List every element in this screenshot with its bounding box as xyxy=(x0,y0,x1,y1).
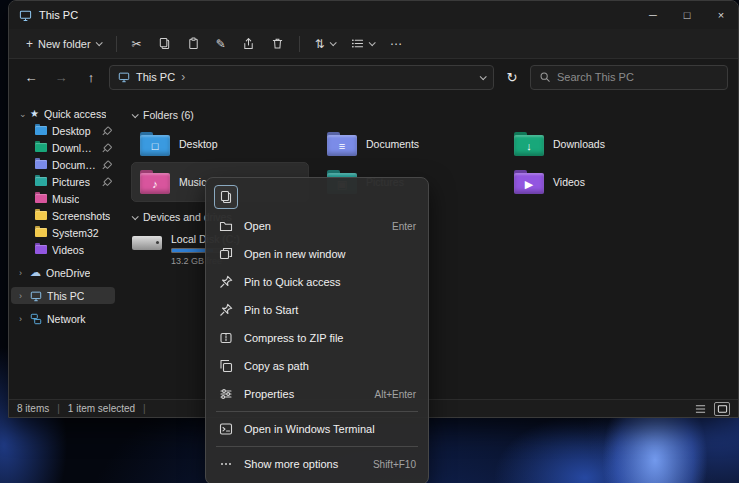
up-button[interactable]: ↑ xyxy=(79,65,103,89)
status-divider: | xyxy=(143,403,146,414)
folder-tile-documents[interactable]: ≡ Documents xyxy=(319,125,495,163)
new-window-icon xyxy=(218,247,234,261)
folder-icon xyxy=(35,126,47,135)
back-button[interactable]: ← xyxy=(19,65,43,89)
sidebar-item-label: Downloads xyxy=(52,142,96,154)
share-button[interactable] xyxy=(235,33,262,54)
open-icon xyxy=(218,219,234,233)
menu-item-pin-to-quick-access[interactable]: Pin to Quick access xyxy=(206,268,428,296)
titlebar: This PC ─ □ × xyxy=(9,1,738,29)
network-icon xyxy=(30,313,42,325)
selection-count: 1 item selected xyxy=(68,403,135,414)
sidebar-item-music[interactable]: Music xyxy=(11,190,115,207)
paste-button[interactable] xyxy=(180,33,207,54)
folder-name: Downloads xyxy=(553,138,605,150)
caption-buttons: ─ □ × xyxy=(636,1,738,29)
menu-separator xyxy=(216,411,418,412)
minimize-button[interactable]: ─ xyxy=(636,1,670,29)
sort-button[interactable]: ⇅ xyxy=(308,34,342,54)
pin-icon xyxy=(218,303,234,317)
sidebar-item-downloads[interactable]: Downloads xyxy=(11,139,115,156)
sidebar-item-onedrive[interactable]: › ☁ OneDrive xyxy=(11,264,115,281)
breadcrumb-location[interactable]: This PC xyxy=(136,71,175,83)
menu-item-properties[interactable]: Properties Alt+Enter xyxy=(206,380,428,408)
pin-icon xyxy=(99,174,113,188)
sidebar-item-desktop[interactable]: Desktop xyxy=(11,122,115,139)
thumbnails-view-icon[interactable] xyxy=(714,402,730,416)
play-glyph-icon: ▶ xyxy=(514,174,544,194)
folder-icon: □ xyxy=(140,132,170,156)
sidebar-item-network[interactable]: › Network xyxy=(11,310,115,327)
zip-icon xyxy=(218,331,234,345)
menu-item-pin-to-start[interactable]: Pin to Start xyxy=(206,296,428,324)
terminal-icon xyxy=(218,422,234,436)
folder-tile-downloads[interactable]: ↓ Downloads xyxy=(506,125,682,163)
view-button[interactable] xyxy=(344,33,381,54)
rename-button[interactable]: ✎ xyxy=(209,34,233,54)
copy-icon xyxy=(219,190,233,204)
sidebar-item-pictures[interactable]: Pictures xyxy=(11,173,115,190)
search-input[interactable] xyxy=(557,71,719,83)
menu-item-copy-as-path[interactable]: Copy as path xyxy=(206,352,428,380)
new-folder-label: New folder xyxy=(38,38,91,50)
more-options-button[interactable]: ⋯ xyxy=(383,34,409,54)
sidebar-item-label: Desktop xyxy=(52,125,91,137)
this-pc-icon xyxy=(118,71,130,83)
details-view-icon[interactable] xyxy=(692,402,708,416)
copy-button[interactable] xyxy=(151,33,178,54)
chevron-down-icon xyxy=(95,39,102,46)
maximize-button[interactable]: □ xyxy=(670,1,704,29)
onedrive-cloud-icon: ☁ xyxy=(30,266,41,279)
copy-icon-button[interactable] xyxy=(214,185,238,209)
search-box[interactable] xyxy=(530,65,728,90)
folder-icon: ≡ xyxy=(327,132,357,156)
address-bar[interactable]: This PC › xyxy=(109,65,494,90)
sidebar-item-system32[interactable]: System32 xyxy=(11,224,115,241)
copy-icon xyxy=(158,37,171,50)
menu-item-open-in-new-window[interactable]: Open in new window xyxy=(206,240,428,268)
status-divider: | xyxy=(57,403,60,414)
sidebar-item-documents[interactable]: Documents xyxy=(11,156,115,173)
view-list-icon xyxy=(351,37,364,50)
sort-icon: ⇅ xyxy=(315,38,325,50)
folders-section-header[interactable]: Folders (6) xyxy=(132,107,738,123)
folder-icon xyxy=(35,245,47,254)
share-icon xyxy=(242,37,255,50)
new-folder-button[interactable]: + New folder xyxy=(19,34,108,54)
menu-item-open-in-windows-terminal[interactable]: Open in Windows Terminal xyxy=(206,415,428,443)
sidebar-item-screenshots[interactable]: Screenshots xyxy=(11,207,115,224)
rename-icon: ✎ xyxy=(216,38,226,50)
pin-icon xyxy=(99,123,113,137)
sidebar-item-this-pc[interactable]: › This PC xyxy=(11,287,115,304)
folder-icon: ↓ xyxy=(514,132,544,156)
menu-item-show-more-options[interactable]: Show more options Shift+F10 xyxy=(206,450,428,478)
menu-shortcut: Enter xyxy=(392,221,416,232)
menu-shortcut: Shift+F10 xyxy=(373,459,416,470)
search-icon xyxy=(539,71,551,83)
desktop-glyph-icon: □ xyxy=(140,136,170,156)
toolbar-separator xyxy=(299,36,300,52)
downloads-glyph-icon: ↓ xyxy=(514,136,544,156)
window-title: This PC xyxy=(39,9,78,21)
delete-button[interactable] xyxy=(264,33,291,54)
breadcrumb-separator[interactable]: › xyxy=(181,70,185,84)
context-menu: Open Enter Open in new window Pin to Qui… xyxy=(205,177,429,483)
folders-header-label: Folders (6) xyxy=(143,109,194,121)
forward-button[interactable]: → xyxy=(49,65,73,89)
sidebar-item-videos[interactable]: Videos xyxy=(11,241,115,258)
folder-tile-desktop[interactable]: □ Desktop xyxy=(132,125,308,163)
context-menu-icon-row xyxy=(206,182,428,212)
menu-item-compress-to-zip[interactable]: Compress to ZIP file xyxy=(206,324,428,352)
menu-shortcut: Alt+Enter xyxy=(375,389,416,400)
refresh-button[interactable]: ↻ xyxy=(500,65,524,89)
sidebar-item-quick-access[interactable]: ⌄ ★ Quick access xyxy=(11,105,115,122)
cut-button[interactable]: ✂ xyxy=(125,34,149,54)
plus-icon: + xyxy=(26,38,33,50)
menu-item-open[interactable]: Open Enter xyxy=(206,212,428,240)
folder-name: Desktop xyxy=(179,138,218,150)
folder-icon xyxy=(35,211,47,220)
address-dropdown-icon[interactable] xyxy=(480,73,487,80)
scissors-icon: ✂ xyxy=(132,38,142,50)
folder-tile-videos[interactable]: ▶ Videos xyxy=(506,163,682,201)
close-button[interactable]: × xyxy=(704,1,738,29)
